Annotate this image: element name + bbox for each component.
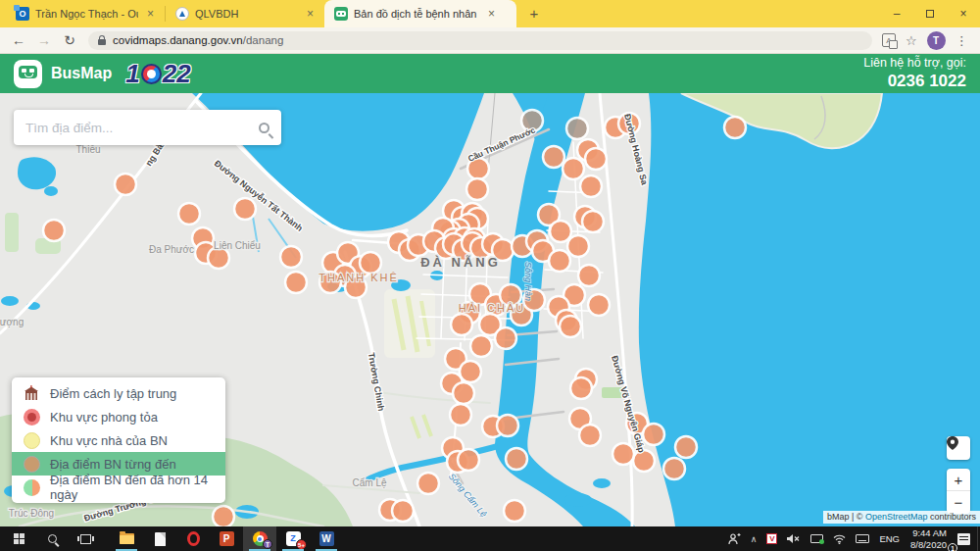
taskbar-search-button[interactable]	[35, 526, 69, 551]
start-button[interactable]	[2, 526, 35, 551]
marker-visited-location[interactable]	[506, 448, 527, 470]
locate-button[interactable]	[947, 436, 970, 460]
marker-visited-location[interactable]	[495, 327, 516, 349]
marker-visited-location[interactable]	[550, 221, 571, 242]
marker-visited-location[interactable]	[451, 314, 472, 335]
map-canvas[interactable]: ĐÀ NẴNGTHANH KHÊHẢI CHÂUThiềuĐa PhướcLiê…	[0, 93, 980, 526]
zoom-in-button[interactable]: +	[947, 469, 970, 491]
marker-visited-location[interactable]	[663, 458, 685, 479]
tab-title: QLVBDH	[195, 8, 298, 20]
taskbar-clock[interactable]: 9:44 AM 8/8/2020	[905, 527, 953, 550]
marker-visited-location[interactable]	[580, 175, 602, 197]
legend-item-label: Điểm cách ly tập trung	[50, 386, 176, 401]
legend-item-building[interactable]: Điểm cách ly tập trung	[12, 381, 225, 405]
legend-item-split[interactable]: Địa điểm BN đến đã hơn 14 ngày	[12, 476, 225, 499]
file-explorer-button[interactable]	[110, 526, 143, 551]
map-label-place: Đa Phước	[149, 244, 194, 255]
tab-title: Trần Ngọc Thạch - Outlook Web	[35, 8, 138, 20]
legend-item-yellow[interactable]: Khu vực nhà của BN	[12, 428, 225, 452]
document-icon	[155, 532, 166, 546]
touch-keyboard-tray-icon[interactable]	[851, 526, 874, 551]
search-icon[interactable]	[259, 123, 270, 133]
tab-close-icon[interactable]: ×	[485, 7, 498, 21]
marker-visited-location[interactable]	[724, 117, 746, 138]
chrome-button[interactable]: T	[243, 526, 276, 551]
marker-visited-location[interactable]	[570, 377, 592, 399]
action-center-button[interactable]: 1	[953, 526, 975, 551]
tab-close-icon[interactable]: ×	[144, 7, 157, 21]
restore-button[interactable]	[913, 0, 947, 27]
marker-visited-location[interactable]	[453, 382, 474, 404]
marker-visited-location[interactable]	[213, 506, 234, 526]
marker-visited-location[interactable]	[360, 252, 381, 274]
marker-visited-location[interactable]	[115, 174, 136, 195]
language-indicator[interactable]: ENG	[874, 526, 905, 551]
teamviewer-tray-icon[interactable]: V	[761, 526, 782, 551]
tab-outlook[interactable]: O Trần Ngọc Thạch - Outlook Web ×	[6, 0, 165, 27]
marker-over-14-days[interactable]	[566, 118, 588, 139]
new-tab-button[interactable]: +	[522, 2, 546, 25]
logo-digit: 22	[163, 59, 191, 89]
powerpoint-button[interactable]: P	[210, 526, 243, 551]
marker-visited-location[interactable]	[675, 436, 697, 458]
marker-visited-location[interactable]	[549, 250, 570, 272]
people-tray-icon[interactable]	[723, 526, 746, 551]
tab-qlvbdh[interactable]: QLVBDH ×	[166, 0, 324, 27]
openstreetmap-link[interactable]: OpenStreetMap	[865, 512, 928, 522]
marker-visited-location[interactable]	[633, 450, 655, 472]
marker-visited-location[interactable]	[417, 473, 439, 494]
zalo-button[interactable]: Z5+	[276, 526, 310, 551]
marker-visited-location[interactable]	[578, 265, 600, 286]
windows-logo-icon	[14, 533, 24, 544]
marker-visited-location[interactable]	[497, 415, 518, 436]
marker-visited-location[interactable]	[470, 335, 492, 357]
marker-visited-location[interactable]	[560, 316, 581, 337]
profile-avatar[interactable]: T	[927, 31, 946, 50]
legend-item-red[interactable]: Khu vực phong tỏa	[12, 405, 225, 428]
close-window-button[interactable]: ×	[947, 0, 980, 27]
marker-visited-location[interactable]	[234, 198, 256, 220]
marker-visited-location[interactable]	[579, 425, 601, 446]
tray-expand-chevron[interactable]: ∧	[746, 526, 762, 551]
reload-button[interactable]: ↻	[57, 32, 82, 48]
back-button[interactable]: ←	[6, 32, 31, 48]
marker-visited-location[interactable]	[563, 158, 584, 179]
task-view-button[interactable]	[69, 526, 102, 551]
translate-icon[interactable]: A	[882, 33, 896, 47]
marker-visited-location[interactable]	[643, 424, 664, 445]
bookmark-star-icon[interactable]: ☆	[906, 33, 917, 48]
marker-visited-location[interactable]	[543, 146, 564, 168]
marker-visited-location[interactable]	[612, 443, 634, 465]
wifi-tray-icon[interactable]	[828, 526, 851, 551]
security-tray-icon[interactable]	[806, 526, 828, 551]
marker-visited-location[interactable]	[450, 404, 471, 426]
tab-covid-map[interactable]: Bản đồ dịch tễ bệnh nhân COVID ×	[324, 0, 516, 27]
marker-visited-location[interactable]	[280, 246, 302, 268]
marker-visited-location[interactable]	[567, 235, 589, 257]
marker-visited-location[interactable]	[504, 500, 525, 522]
marker-visited-location[interactable]	[43, 220, 65, 241]
location-pin-icon	[947, 436, 958, 450]
marker-visited-location[interactable]	[285, 272, 307, 293]
marker-visited-location[interactable]	[458, 449, 479, 471]
marker-visited-location[interactable]	[585, 148, 607, 170]
forward-button[interactable]: →	[31, 32, 57, 48]
word-button[interactable]: W	[310, 526, 343, 551]
v-icon: V	[766, 533, 777, 544]
pond	[1, 296, 19, 306]
windows-taskbar: P T Z5+ W ∧ V ENG 9:44 AM 8/8/2020	[0, 526, 980, 551]
notepad-button[interactable]	[143, 526, 176, 551]
opera-button[interactable]	[176, 526, 210, 551]
marker-visited-location[interactable]	[392, 500, 414, 522]
place-search-box[interactable]: Tìm địa điểm...	[14, 110, 281, 145]
tab-close-icon[interactable]: ×	[304, 7, 317, 21]
marker-visited-location[interactable]	[588, 294, 610, 316]
marker-visited-location[interactable]	[582, 211, 604, 232]
volume-muted-tray-icon[interactable]	[782, 526, 806, 551]
legend-item-label: Địa điểm BN đến đã hơn 14 ngày	[50, 473, 214, 502]
menu-dots-icon[interactable]: ⋮	[956, 33, 968, 48]
minimize-button[interactable]: –	[880, 0, 913, 27]
marker-visited-location[interactable]	[178, 203, 200, 225]
marker-visited-location[interactable]	[466, 178, 488, 200]
address-bar[interactable]: covidmaps.danang.gov.vn/danang	[88, 31, 872, 50]
